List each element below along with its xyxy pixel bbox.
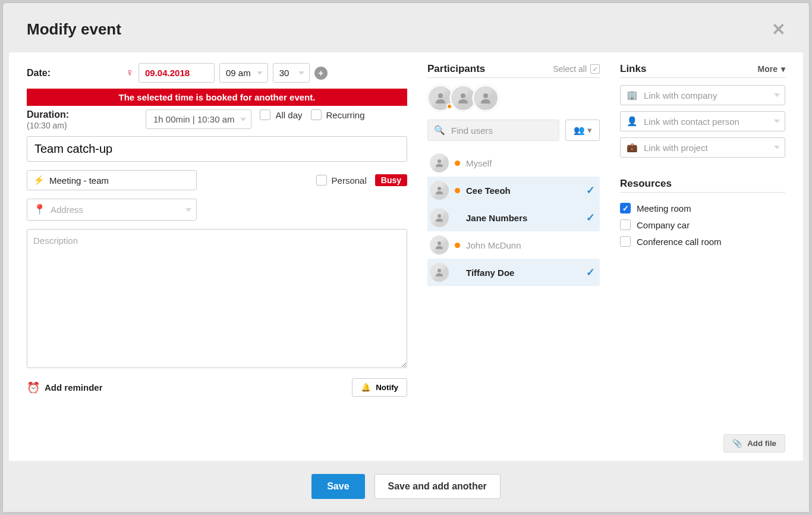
user-name: Myself bbox=[466, 158, 595, 168]
link-project-select[interactable]: 💼 Link with project bbox=[620, 137, 785, 158]
duration-label: Duration: bbox=[27, 109, 69, 120]
status-dot bbox=[455, 161, 460, 166]
right-column: Links More ▾ 🏢 Link with company 👤 Link … bbox=[620, 63, 785, 449]
date-label: Date: bbox=[27, 68, 51, 78]
resource-item[interactable]: Company car bbox=[620, 216, 785, 233]
participants-column: Participants Select all ✓ 🔍 Find users 👥 bbox=[427, 63, 600, 449]
minute-select[interactable]: 30 bbox=[273, 63, 310, 83]
close-icon[interactable]: ✕ bbox=[772, 20, 785, 39]
svg-point-1 bbox=[461, 93, 465, 98]
left-column: Date: ♀ 09.04.2018 09 am 30 + The select… bbox=[27, 63, 407, 449]
resource-item[interactable]: Conference call room bbox=[620, 233, 785, 250]
more-link[interactable]: More ▾ bbox=[758, 64, 785, 74]
group-filter-button[interactable]: 👥 ▾ bbox=[565, 120, 600, 141]
hour-select[interactable]: 09 am bbox=[219, 63, 268, 83]
event-title-input[interactable] bbox=[27, 136, 407, 162]
user-name: Jane Numbers bbox=[466, 213, 580, 223]
chevron-down-icon bbox=[774, 146, 780, 149]
chevron-down-icon bbox=[240, 118, 246, 121]
user-name: Cee Teeoh bbox=[466, 186, 580, 196]
duration-select[interactable]: 1h 00min | 10:30 am bbox=[146, 109, 251, 129]
title-bar: Modify event ✕ bbox=[3, 3, 809, 52]
check-icon: ✓ bbox=[586, 266, 595, 279]
users-icon: 👥 bbox=[574, 125, 585, 136]
chevron-down-icon bbox=[774, 93, 780, 97]
resource-item[interactable]: Meeting room bbox=[620, 200, 785, 216]
svg-point-6 bbox=[438, 241, 441, 245]
date-row: Date: ♀ 09.04.2018 09 am 30 + bbox=[27, 63, 407, 83]
user-item[interactable]: Tiffany Doe✓ bbox=[427, 259, 600, 286]
conflict-warning: The selected time is booked for another … bbox=[27, 89, 407, 106]
status-dot bbox=[455, 188, 460, 193]
bolt-icon: ⚡ bbox=[33, 175, 45, 186]
chevron-down-icon bbox=[185, 208, 191, 212]
status-dot bbox=[455, 243, 460, 248]
building-icon: 🏢 bbox=[627, 90, 638, 101]
chevron-down-icon: ▾ bbox=[781, 64, 785, 74]
find-users-input[interactable]: 🔍 Find users bbox=[427, 120, 559, 141]
resources-heading: Resources bbox=[620, 178, 672, 190]
participants-heading: Participants bbox=[427, 63, 485, 75]
avatar bbox=[430, 181, 449, 200]
avatar bbox=[430, 235, 449, 255]
user-item[interactable]: John McDunn bbox=[427, 231, 600, 259]
personal-checkbox[interactable]: Personal bbox=[316, 175, 367, 186]
busy-badge[interactable]: Busy bbox=[375, 174, 407, 186]
event-type-select[interactable]: ⚡ Meeting - team bbox=[27, 170, 197, 190]
chevron-down-icon: ▾ bbox=[587, 125, 592, 136]
svg-point-5 bbox=[438, 214, 441, 218]
bell-icon: 🔔 bbox=[361, 383, 371, 392]
link-contact-select[interactable]: 👤 Link with contact person bbox=[620, 111, 785, 131]
avatar bbox=[430, 263, 449, 282]
date-input[interactable]: 09.04.2018 bbox=[139, 63, 215, 83]
svg-point-3 bbox=[438, 159, 441, 163]
svg-point-7 bbox=[438, 269, 441, 272]
user-item[interactable]: Jane Numbers✓ bbox=[427, 204, 600, 231]
user-name: John McDunn bbox=[466, 240, 595, 250]
save-add-another-button[interactable]: Save and add another bbox=[374, 474, 501, 499]
link-company-select[interactable]: 🏢 Link with company bbox=[620, 85, 785, 105]
avatar bbox=[430, 208, 449, 227]
user-item[interactable]: Myself bbox=[427, 149, 600, 177]
user-item[interactable]: Cee Teeoh✓ bbox=[427, 177, 600, 204]
avatar bbox=[430, 153, 449, 172]
dialog-footer: Save Save and add another bbox=[3, 461, 809, 512]
chevron-down-icon bbox=[774, 120, 780, 123]
recurring-checkbox[interactable]: Recurring bbox=[311, 109, 365, 120]
address-select[interactable]: 📍 Address bbox=[27, 199, 197, 221]
add-time-icon[interactable]: + bbox=[314, 67, 328, 80]
type-row: ⚡ Meeting - team Personal Busy bbox=[27, 170, 407, 190]
user-list: MyselfCee Teeoh✓Jane Numbers✓John McDunn… bbox=[427, 149, 600, 286]
check-icon: ✓ bbox=[586, 184, 595, 197]
pin-icon: 📍 bbox=[33, 203, 46, 216]
svg-point-2 bbox=[483, 93, 488, 98]
paperclip-icon: 📎 bbox=[732, 439, 742, 448]
modify-event-dialog: Modify event ✕ Date: ♀ 09.04.2018 09 am … bbox=[2, 2, 810, 513]
person-icon: 👤 bbox=[627, 116, 638, 127]
check-icon: ✓ bbox=[586, 211, 595, 224]
duration-row: Duration: (10:30 am) 1h 00min | 10:30 am… bbox=[27, 109, 407, 130]
description-textarea[interactable] bbox=[27, 229, 407, 368]
select-all-link[interactable]: Select all ✓ bbox=[553, 64, 600, 74]
avatar[interactable] bbox=[473, 85, 499, 111]
links-heading: Links bbox=[620, 63, 646, 75]
participant-avatars bbox=[427, 85, 600, 111]
dialog-title: Modify event bbox=[27, 20, 121, 39]
notify-button[interactable]: 🔔 Notify bbox=[352, 378, 407, 397]
add-reminder-button[interactable]: ⏰ Add reminder bbox=[27, 381, 103, 394]
alarm-icon: ⏰ bbox=[27, 381, 40, 394]
dialog-content: Date: ♀ 09.04.2018 09 am 30 + The select… bbox=[9, 52, 803, 461]
duration-end-note: (10:30 am) bbox=[27, 121, 67, 130]
save-button[interactable]: Save bbox=[311, 474, 364, 499]
user-name: Tiffany Doe bbox=[466, 268, 580, 278]
briefcase-icon: 💼 bbox=[627, 142, 638, 153]
lightbulb-icon[interactable]: ♀ bbox=[126, 67, 134, 79]
chevron-down-icon bbox=[298, 71, 304, 75]
svg-point-4 bbox=[438, 187, 441, 190]
chevron-down-icon bbox=[257, 71, 263, 75]
svg-point-0 bbox=[438, 93, 443, 98]
allday-checkbox[interactable]: All day bbox=[260, 109, 302, 120]
add-file-button[interactable]: 📎 Add file bbox=[723, 434, 785, 453]
search-icon: 🔍 bbox=[434, 125, 445, 136]
resources-list: Meeting roomCompany carConference call r… bbox=[620, 200, 785, 250]
